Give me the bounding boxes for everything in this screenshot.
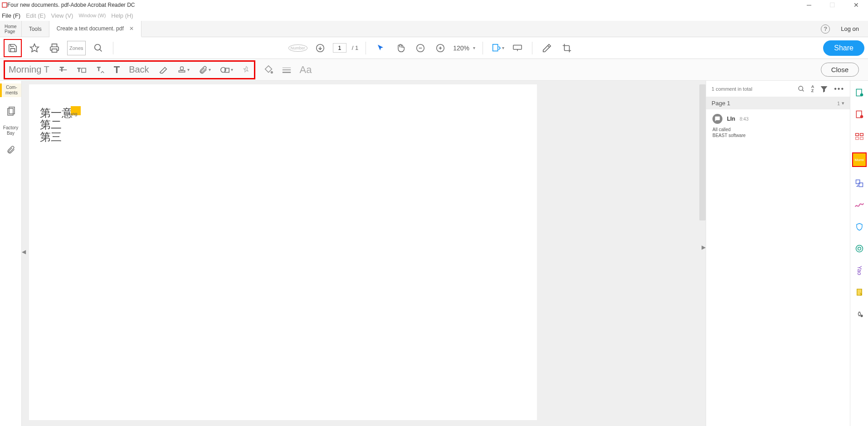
- svg-rect-20: [180, 67, 183, 70]
- share-button[interactable]: Share: [823, 40, 864, 56]
- collapse-left-arrow[interactable]: ◀: [22, 249, 26, 255]
- help-icon[interactable]: ?: [821, 24, 830, 34]
- strikethrough-tool[interactable]: T: [59, 65, 68, 74]
- cursor-button[interactable]: [373, 41, 388, 55]
- tab-home[interactable]: Home Page: [0, 21, 22, 37]
- download-page-button[interactable]: [313, 41, 327, 55]
- tab-row: Home Page Tools Create a text document. …: [0, 21, 868, 37]
- save-button[interactable]: [5, 41, 20, 55]
- tab-close-icon[interactable]: ✕: [129, 25, 134, 32]
- zoom-select[interactable]: 120%▾: [453, 44, 475, 52]
- main-toolbar: Zones Number / 1 120%▾ ▾ Share: [0, 37, 868, 59]
- text-tool[interactable]: T: [114, 64, 120, 76]
- fill-color-tool[interactable]: [263, 65, 273, 75]
- rtool-yao[interactable]: Yao: [854, 265, 865, 276]
- search-comments-button[interactable]: [798, 85, 805, 93]
- edit-button[interactable]: [540, 41, 554, 55]
- hand-button[interactable]: [393, 41, 408, 55]
- svg-marker-32: [821, 86, 827, 92]
- rtool-organize[interactable]: [854, 131, 865, 142]
- rtool-create[interactable]: [854, 109, 865, 120]
- filter-comments-button[interactable]: [820, 85, 828, 93]
- rtool-export[interactable]: [854, 87, 865, 98]
- sidebar-factory-bay[interactable]: Factory Bay: [3, 125, 18, 136]
- svg-text:+: +: [861, 314, 863, 318]
- rtool-compress[interactable]: [854, 243, 865, 254]
- find-button[interactable]: [91, 41, 106, 55]
- close-window-button[interactable]: ✕: [850, 0, 863, 10]
- svg-marker-1: [30, 44, 39, 51]
- rtool-protect[interactable]: [854, 221, 865, 232]
- rtool-sign[interactable]: [854, 200, 865, 211]
- back-tool[interactable]: Back: [129, 64, 149, 75]
- zones-button[interactable]: Zones: [67, 41, 86, 55]
- pen-icon: [542, 43, 552, 53]
- sidebar-attachments[interactable]: [6, 145, 15, 154]
- text-box-tool[interactable]: T: [77, 65, 87, 74]
- chevron-down-icon: ▾: [842, 100, 844, 106]
- sort-comments-button[interactable]: A Z: [811, 85, 814, 93]
- titlebar: Four new documents. pdf-Adobe Acrobat Re…: [0, 0, 868, 10]
- menu-help[interactable]: Help (H): [111, 12, 133, 19]
- close-toolbar-button[interactable]: Close: [821, 63, 859, 77]
- page-total: / 1: [352, 44, 358, 51]
- text-caret-tool[interactable]: T: [96, 65, 105, 74]
- comments-page-section[interactable]: Page 1 1 ▾: [706, 97, 850, 109]
- fit-width-button[interactable]: ▾: [490, 41, 505, 55]
- svg-rect-0: [2, 3, 7, 7]
- line-weight-tool[interactable]: [282, 66, 292, 74]
- annotation-author: Zhang: [64, 111, 78, 117]
- minus-icon: [416, 44, 425, 53]
- more-comments-button[interactable]: •••: [834, 85, 844, 93]
- minimize-button[interactable]: ─: [803, 0, 815, 10]
- menubar: File (F) Edit (E) View (V) Window (W) He…: [0, 10, 868, 21]
- menu-file[interactable]: File (F): [2, 12, 20, 19]
- print-button[interactable]: [47, 41, 62, 55]
- text-style-tool[interactable]: Aa: [300, 64, 312, 76]
- svg-point-43: [856, 245, 863, 252]
- attachment-tool[interactable]: ▾: [199, 65, 211, 74]
- menu-window[interactable]: Window (W): [78, 13, 106, 18]
- eraser-tool[interactable]: [158, 65, 168, 74]
- plus-icon: [436, 44, 445, 53]
- print-icon: [49, 43, 59, 53]
- svg-point-36: [860, 115, 863, 118]
- svg-point-24: [271, 71, 273, 73]
- rtool-comment-highlighted[interactable]: Morni: [852, 152, 867, 167]
- zoom-out-button[interactable]: [413, 41, 428, 55]
- star-button[interactable]: [27, 41, 42, 55]
- comment-toolbar: Morning T T T T T Back ▾ ▾ ▾ Aa Close: [0, 59, 868, 81]
- rtool-convert[interactable]: [854, 287, 865, 298]
- page-number-button[interactable]: Number: [288, 41, 307, 55]
- zoom-in-button[interactable]: [433, 41, 448, 55]
- hand-icon: [396, 44, 405, 53]
- tab-tools[interactable]: Tools: [22, 21, 49, 37]
- pin-tool[interactable]: [242, 66, 250, 74]
- svg-text:T: T: [60, 66, 63, 73]
- crop-button[interactable]: [560, 41, 574, 55]
- keyboard-button[interactable]: [510, 41, 525, 55]
- menu-view[interactable]: View (V): [51, 12, 73, 19]
- crop-icon: [562, 43, 572, 53]
- collapse-right-arrow[interactable]: ▶: [702, 244, 706, 250]
- vertical-scrollbar[interactable]: [699, 84, 706, 220]
- document-viewport[interactable]: 第一意 第二 第三 Zhang ▶: [22, 81, 706, 426]
- star-icon: [29, 43, 39, 53]
- search-icon: [93, 43, 103, 53]
- stamp-tool[interactable]: ▾: [177, 65, 190, 74]
- shape-tool[interactable]: ▾: [220, 65, 233, 74]
- tab-document[interactable]: Create a text document. pdf ✕: [49, 21, 141, 37]
- save-icon: [8, 43, 18, 53]
- comment-item[interactable]: LIn 8:43 All called BEAST software: [706, 109, 850, 143]
- window-title: Four new documents. pdf-Adobe Acrobat Re…: [2, 2, 135, 8]
- svg-point-30: [799, 86, 803, 90]
- maximize-button[interactable]: ☐: [826, 0, 839, 10]
- rtool-combine[interactable]: [854, 178, 865, 189]
- rtool-more[interactable]: +: [854, 308, 865, 319]
- logon-link[interactable]: Log on: [841, 25, 859, 32]
- page-input[interactable]: [333, 43, 346, 53]
- sidebar-comments[interactable]: Com- ments: [0, 83, 21, 97]
- sidebar-pages[interactable]: [6, 106, 15, 116]
- menu-edit[interactable]: Edit (E): [26, 12, 45, 19]
- morning-tool[interactable]: Morning T: [9, 64, 49, 75]
